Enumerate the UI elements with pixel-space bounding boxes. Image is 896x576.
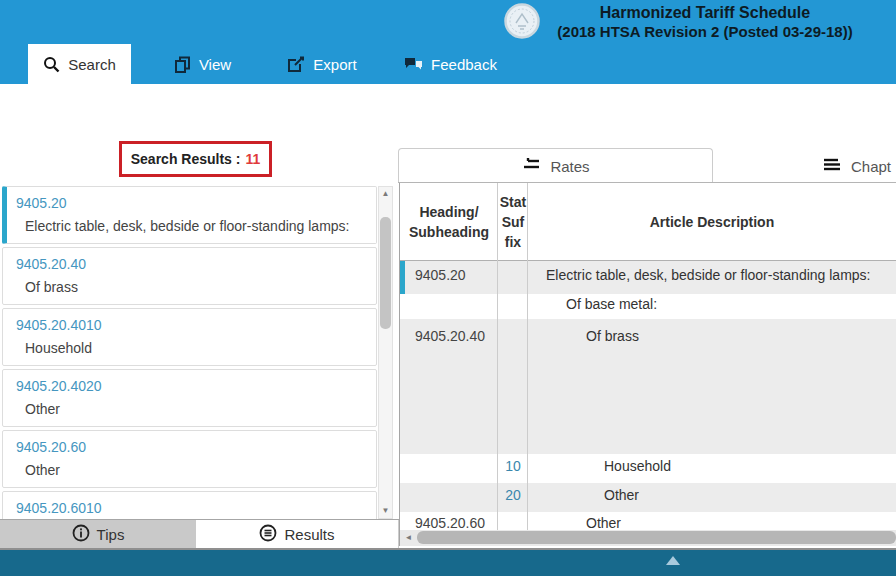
cell-stat: 10 (498, 454, 528, 483)
col-heading-subheading: Heading/ Subheading (400, 183, 498, 260)
col-stat-suffix: Stat Suf fix (498, 183, 528, 260)
tab-rates[interactable]: Rates (398, 148, 713, 183)
tab-chapter-label: Chapt (851, 158, 891, 175)
cell-description: Other (528, 512, 896, 530)
result-description: Electric table, desk, bedside or floor-s… (16, 216, 366, 236)
result-item[interactable]: 9405.20 Electric table, desk, bedside or… (2, 186, 377, 244)
results-button[interactable]: Results (196, 520, 399, 548)
result-item[interactable]: 9405.20.40 Of brass (2, 247, 377, 305)
cell-stat: 20 (498, 483, 528, 512)
bottom-bar (0, 548, 896, 576)
tips-label: Tips (97, 526, 125, 543)
stat-suffix-link[interactable]: 10 (505, 458, 521, 474)
scrollbar-thumb[interactable] (417, 531, 896, 544)
scroll-left-arrow-icon[interactable]: ◄ (402, 530, 415, 546)
title-line-2: (2018 HTSA Revision 2 (Posted 03-29-18)) (535, 22, 875, 42)
page-title: Harmonized Tariff Schedule (2018 HTSA Re… (535, 3, 875, 42)
result-code-link[interactable]: 9405.20.40 (16, 254, 366, 274)
result-description: Other (16, 399, 366, 419)
list-circle-icon (259, 524, 277, 545)
cell-stat (498, 294, 528, 319)
scrollbar-thumb[interactable] (380, 217, 391, 329)
result-code-link[interactable]: 9405.20.60 (16, 437, 366, 457)
result-item[interactable]: 9405.20.4010 Household (2, 308, 377, 366)
scroll-down-arrow-icon[interactable]: ▼ (379, 504, 392, 518)
table-row[interactable]: 9405.20 Electric table, desk, bedside or… (400, 261, 896, 294)
info-circle-icon (72, 524, 90, 545)
table-row[interactable]: 9405.20.60 Other (400, 512, 896, 530)
tab-view-label: View (199, 56, 231, 73)
table-horizontal-scrollbar[interactable]: ◄ (399, 530, 896, 546)
table-row[interactable]: 20 Other (400, 483, 896, 512)
tips-button[interactable]: Tips (0, 520, 196, 548)
result-code-link[interactable]: 9405.20.4010 (16, 315, 366, 335)
cell-description: Household (528, 454, 896, 483)
result-item[interactable]: 9405.20.4020 Other (2, 369, 377, 427)
result-description: Household (16, 338, 366, 358)
result-description: Of brass (16, 277, 366, 297)
left-panel-footer: Tips Results (0, 519, 399, 548)
tab-export-label: Export (313, 56, 356, 73)
tariff-table: Heading/ Subheading Stat Suf fix Article… (399, 183, 896, 530)
search-results-count: 11 (245, 151, 260, 167)
results-label: Results (284, 526, 334, 543)
cell-stat (498, 512, 528, 530)
search-icon (43, 56, 60, 73)
col-article-description: Article Description (528, 183, 896, 260)
scroll-up-arrow-icon[interactable]: ▲ (379, 187, 392, 201)
cell-heading: 9405.20.60 (400, 512, 498, 530)
tab-feedback-label: Feedback (431, 56, 497, 73)
result-code-link[interactable]: 9405.20.4020 (16, 376, 366, 396)
table-row[interactable]: 9405.20.40 Of brass (400, 319, 896, 454)
title-line-1: Harmonized Tariff Schedule (535, 3, 875, 22)
cell-description: Other (528, 483, 896, 512)
tab-feedback[interactable]: Feedback (388, 44, 513, 84)
cell-description: Electric table, desk, bedside or floor-s… (528, 261, 896, 294)
cell-description: Of brass (528, 319, 896, 454)
scroll-to-top-icon[interactable] (666, 556, 680, 565)
cell-heading (400, 483, 498, 512)
column-divider (497, 183, 498, 530)
cell-stat (498, 319, 528, 454)
app-header: Harmonized Tariff Schedule (2018 HTSA Re… (0, 0, 896, 44)
cell-heading: 9405.20.40 (400, 319, 498, 454)
result-code-link[interactable]: 9405.20 (16, 193, 366, 213)
result-item[interactable]: 9405.20.6010 Household (2, 491, 377, 519)
tab-export[interactable]: Export (268, 44, 376, 84)
tab-search-label: Search (68, 56, 116, 73)
tab-chapter[interactable]: Chapt (822, 155, 891, 177)
table-row[interactable]: Of base metal: (400, 294, 896, 319)
cell-heading (400, 294, 498, 319)
selected-row-indicator (400, 261, 405, 294)
highlight-box: Search Results : 11 (119, 141, 272, 177)
stat-suffix-link[interactable]: 20 (505, 487, 521, 503)
results-list-scrollbar[interactable]: ▲ ▼ (378, 186, 393, 519)
document-edit-icon (287, 56, 305, 73)
tab-view[interactable]: View (150, 44, 255, 84)
result-item[interactable]: 9405.20.60 Other (2, 430, 377, 488)
result-code-link[interactable]: 9405.20.6010 (16, 498, 366, 518)
table-row[interactable]: 10 Household (400, 454, 896, 483)
cell-heading: 9405.20 (400, 261, 498, 294)
sort-lines-icon (521, 157, 541, 175)
cell-description: Of base metal: (528, 294, 896, 319)
hts-app-window: Harmonized Tariff Schedule (2018 HTSA Re… (0, 0, 896, 576)
tab-rates-label: Rates (550, 158, 589, 175)
cell-heading (400, 454, 498, 483)
tab-search[interactable]: Search (28, 44, 131, 84)
main-nav-bar: Search View Export Feedback (0, 44, 896, 84)
chat-bubbles-icon (404, 56, 423, 72)
column-divider (527, 183, 528, 530)
pages-icon (174, 56, 191, 73)
cell-stat (498, 261, 528, 294)
menu-lines-icon (822, 157, 842, 175)
search-results-label: Search Results : (131, 151, 241, 167)
result-description: Other (16, 460, 366, 480)
search-results-list: 9405.20 Electric table, desk, bedside or… (2, 186, 377, 519)
table-header-row: Heading/ Subheading Stat Suf fix Article… (400, 183, 896, 261)
